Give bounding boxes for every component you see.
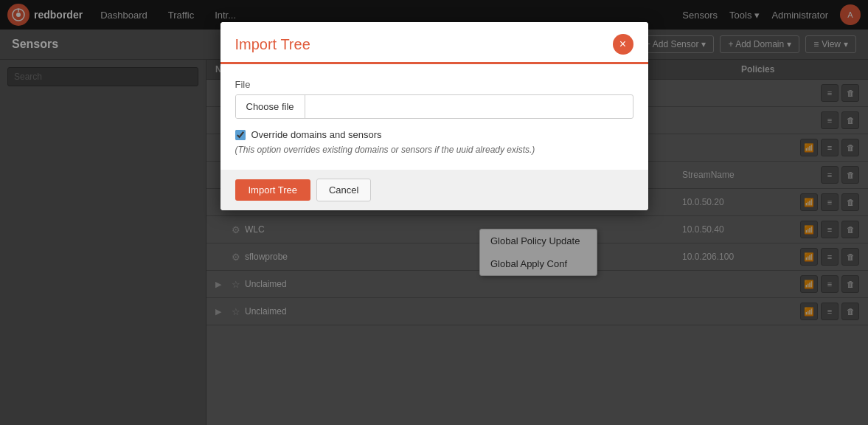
override-note: (This option overrides existing domains … <box>235 145 633 155</box>
override-checkbox[interactable] <box>235 130 246 140</box>
cancel-button[interactable]: Cancel <box>316 179 371 201</box>
file-name-display <box>305 101 633 113</box>
file-input-row: Choose file <box>235 94 633 119</box>
modal-title: Import Tree <box>235 36 310 53</box>
override-label: Override domains and sensors <box>251 129 382 140</box>
override-checkbox-row: Override domains and sensors <box>235 129 633 140</box>
modal-close-button[interactable]: × <box>613 34 633 55</box>
modal-header: Import Tree × <box>221 22 648 64</box>
import-tree-button[interactable]: Import Tree <box>235 179 310 201</box>
modal-overlay: Import Tree × File Choose file Override … <box>0 0 868 425</box>
choose-file-button[interactable]: Choose file <box>236 95 305 118</box>
import-tree-modal: Import Tree × File Choose file Override … <box>221 22 648 210</box>
modal-body: File Choose file Override domains and se… <box>221 64 648 170</box>
file-label: File <box>235 79 633 90</box>
modal-footer: Import Tree Cancel <box>221 170 648 210</box>
